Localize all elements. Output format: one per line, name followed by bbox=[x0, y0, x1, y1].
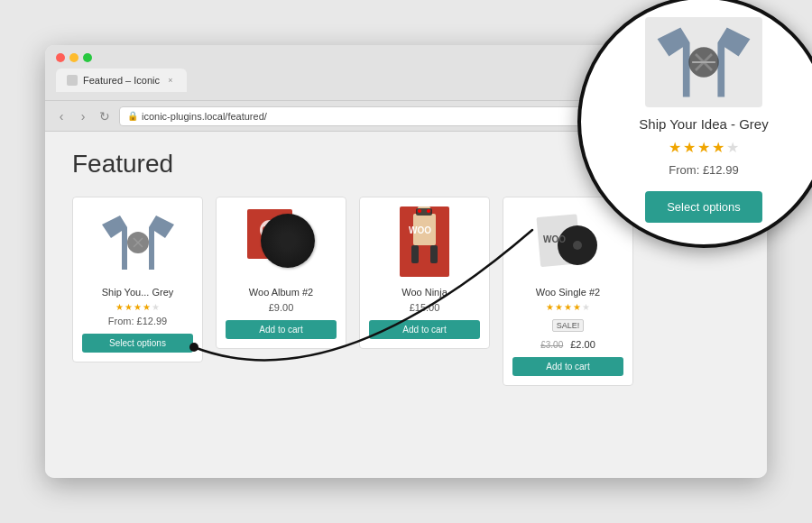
product-card-3: WOO Woo Ninja £15.00 Add to cart bbox=[359, 197, 490, 349]
active-tab[interactable]: Featured – Iconic × bbox=[56, 69, 187, 92]
zoom-product-name: Ship Your Idea - Grey bbox=[639, 116, 768, 132]
zoom-star-4: ★ bbox=[712, 139, 724, 156]
zoom-select-options-button[interactable]: Select options bbox=[645, 191, 762, 223]
refresh-button[interactable]: ↻ bbox=[97, 109, 112, 124]
star-4-4: ★ bbox=[573, 302, 581, 312]
tab-title: Featured – Iconic bbox=[83, 75, 160, 86]
lock-icon: 🔒 bbox=[127, 111, 138, 121]
star-4-3: ★ bbox=[564, 302, 572, 312]
product-stars-1: ★ ★ ★ ★ ★ bbox=[115, 302, 160, 312]
product-image-2 bbox=[236, 206, 327, 279]
zoom-product-image bbox=[645, 17, 762, 107]
zoom-star-2: ★ bbox=[683, 139, 696, 156]
zoom-tshirt-svg bbox=[654, 22, 753, 103]
star-2: ★ bbox=[125, 302, 133, 312]
window-controls bbox=[56, 53, 92, 62]
forward-button[interactable]: › bbox=[76, 109, 90, 124]
product-name-1: Ship You... Grey bbox=[102, 286, 174, 298]
minimize-dot[interactable] bbox=[69, 53, 78, 62]
star-4-5: ★ bbox=[582, 302, 590, 312]
add-to-cart-button-2[interactable]: Add to cart bbox=[226, 320, 337, 339]
star-4-2: ★ bbox=[555, 302, 563, 312]
zoom-stars: ★ ★ ★ ★ ★ bbox=[669, 139, 739, 156]
star-5: ★ bbox=[152, 302, 160, 312]
zoom-price: From: £12.99 bbox=[669, 163, 738, 177]
zoom-star-1: ★ bbox=[669, 139, 681, 156]
product-stars-4: ★ ★ ★ ★ ★ bbox=[546, 302, 590, 312]
star-1: ★ bbox=[115, 302, 124, 312]
sale-badge: SALE! bbox=[552, 319, 585, 332]
product-card-1: Ship You... Grey ★ ★ ★ ★ ★ From: £12.99 … bbox=[72, 197, 203, 362]
add-to-cart-button-4[interactable]: Add to cart bbox=[512, 357, 623, 376]
tshirt-svg bbox=[102, 211, 174, 274]
star-4: ★ bbox=[143, 302, 151, 312]
back-button[interactable]: ‹ bbox=[54, 109, 69, 124]
zoom-content: Ship Your Idea - Grey ★ ★ ★ ★ ★ From: £1… bbox=[581, 0, 812, 244]
maximize-dot[interactable] bbox=[83, 53, 92, 62]
star-4-1: ★ bbox=[546, 302, 554, 312]
close-dot[interactable] bbox=[56, 53, 65, 62]
svg-point-16 bbox=[427, 209, 430, 213]
tab-favicon bbox=[67, 75, 78, 86]
product-image-3: WOO bbox=[380, 206, 470, 279]
zoom-star-3: ★ bbox=[697, 139, 710, 156]
product-price-1: From: £12.99 bbox=[108, 316, 167, 326]
product-name-4: Woo Single #2 bbox=[536, 286, 600, 298]
star-3: ★ bbox=[134, 302, 142, 312]
svg-rect-18 bbox=[430, 245, 438, 263]
product-name-3: Woo Ninja bbox=[401, 286, 448, 298]
price-new-4: £2.00 bbox=[570, 339, 595, 350]
add-to-cart-button-3[interactable]: Add to cart bbox=[369, 320, 480, 339]
vinyl-container bbox=[247, 209, 315, 277]
select-options-button-1[interactable]: Select options bbox=[82, 334, 193, 353]
product-name-2: Woo Album #2 bbox=[249, 286, 313, 298]
svg-rect-17 bbox=[411, 245, 419, 263]
url-text: iconic-plugins.local/featured/ bbox=[142, 111, 267, 122]
zoom-star-5: ★ bbox=[726, 139, 739, 156]
vinyl-record bbox=[261, 214, 315, 268]
svg-text:WOO: WOO bbox=[543, 234, 566, 244]
ninja-poster-svg: WOO bbox=[395, 206, 454, 279]
tab-close-button[interactable]: × bbox=[165, 75, 176, 86]
product-price-3: £15.00 bbox=[410, 302, 440, 313]
product-price-2: £9.00 bbox=[269, 302, 294, 313]
svg-point-15 bbox=[418, 209, 421, 213]
product-card-2: Woo Album #2 £9.00 Add to cart bbox=[216, 197, 346, 349]
price-old-4: £3.00 bbox=[540, 340, 563, 350]
svg-text:WOO: WOO bbox=[409, 225, 431, 235]
zoom-overlay: Ship Your Idea - Grey ★ ★ ★ ★ ★ From: £1… bbox=[577, 0, 812, 248]
product-image-1 bbox=[93, 206, 183, 279]
